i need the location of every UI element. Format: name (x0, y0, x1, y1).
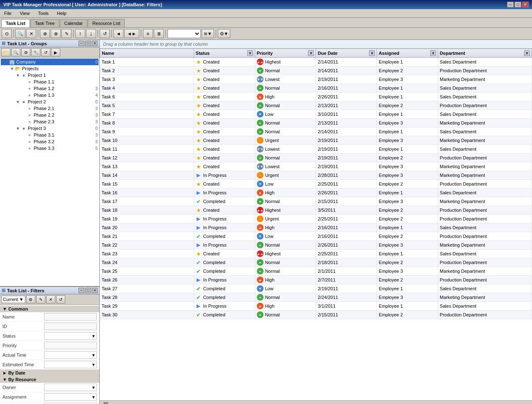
table-row[interactable]: Task 30 ✔ Completed ● Normal 2/15/2011 E… (100, 311, 532, 319)
toolbar-btn-3[interactable]: ✕ (26, 29, 36, 38)
filter-section-by-resource[interactable]: ▼ By Resource (0, 376, 99, 383)
tree-item-phase12[interactable]: ▶ ● Phase 1.2 3 (1, 85, 99, 92)
minimize-button[interactable]: ─ (507, 2, 514, 7)
tree-panel-maximize[interactable]: □ (85, 41, 91, 46)
toolbar-btn-2[interactable]: 🔍 (15, 29, 25, 38)
table-row[interactable]: Task 15 ★ Created ▼ Low 2/25/2011 Employ… (100, 180, 532, 189)
tree-item-projects[interactable]: ▼ 📂 Projects (1, 65, 99, 72)
expand-phase31[interactable]: ▶ (21, 132, 27, 138)
filter-section-common[interactable]: ▼ Common (0, 306, 99, 312)
tree-item-phase11[interactable]: ▶ ● Phase 1.1 (1, 78, 99, 85)
close-button[interactable]: ✕ (522, 2, 529, 7)
tree-item-phase23[interactable]: ▶ ● Phase 2.3 3 (1, 118, 99, 125)
tree-item-phase13[interactable]: ▶ ● Phase 1.3 4 (1, 92, 99, 98)
filter-est-time-select[interactable]: ▼ (44, 361, 97, 368)
tab-task-list[interactable]: Task List (1, 19, 30, 27)
refresh-button[interactable]: ↺ (100, 29, 110, 38)
tree-btn-settings[interactable]: 🔧 (31, 48, 40, 56)
priority-filter-button[interactable]: ▼ (308, 50, 314, 56)
table-row[interactable]: Task 20 ▶ In Progress ▲ High 2/16/2011 E… (100, 223, 532, 232)
tree-item-project3[interactable]: ▼ ● Project 3 0 (1, 125, 99, 132)
expand-company[interactable]: ▼ (3, 59, 9, 65)
tree-btn-search[interactable]: 🔍 (11, 48, 20, 56)
table-row[interactable]: Task 27 ✔ Completed ▼ Low 2/19/2011 Empl… (100, 284, 532, 293)
tree-btn-refresh[interactable]: ↺ (41, 48, 50, 56)
expand-phase11[interactable]: ▶ (21, 79, 27, 85)
toolbar-btn-6[interactable]: ✎ (62, 29, 71, 38)
tree-btn-filter[interactable]: ⚙ (21, 48, 30, 56)
filter-panel-close[interactable]: ✕ (92, 288, 98, 293)
tree-item-phase31[interactable]: ▶ ● Phase 3.1 3 (1, 132, 99, 138)
table-row[interactable]: Task 26 ▶ In Progress ▲ High 2/7/2011 Em… (100, 276, 532, 284)
col-assigned[interactable]: Assigned ▼ (377, 49, 438, 58)
toolbar-btn-1[interactable]: ⊙ (2, 29, 12, 38)
expand-phase12[interactable]: ▶ (21, 86, 27, 91)
table-row[interactable]: Task 10 ★ Created ! Urgent 2/19/2011 Emp… (100, 136, 532, 145)
expand-project3[interactable]: ▼ (15, 125, 21, 131)
tree-item-project1[interactable]: ▼ ● Project 1 (1, 72, 99, 78)
filter-owner-select[interactable]: ▼ (44, 384, 97, 391)
table-row[interactable]: Task 29 ▶ In Progress ▲ High 3/1/2011 Em… (100, 302, 532, 311)
filter-actual-time-select[interactable]: ▼ (44, 351, 97, 359)
expand-projects[interactable]: ▼ (9, 66, 15, 71)
view-dropdown[interactable] (167, 29, 201, 38)
col-name[interactable]: Name (100, 49, 194, 58)
filter-panel-maximize[interactable]: □ (85, 288, 91, 293)
filter-btn-3[interactable]: ✕ (46, 295, 55, 304)
tree-item-phase33[interactable]: ▶ ● Phase 3.3 5 (1, 145, 99, 152)
filter-id-input[interactable] (44, 323, 97, 330)
filter-assignment-select[interactable]: ▼ (44, 393, 97, 401)
department-filter-button[interactable]: ▼ (524, 50, 530, 56)
tree-btn-folder[interactable]: 📁 (1, 48, 10, 56)
expand-project2[interactable]: ▼ (15, 99, 21, 105)
toolbar-btn-7[interactable]: ≡ (143, 29, 153, 38)
table-row[interactable]: Task 19 ▶ In Progress ! Urgent 2/25/2011… (100, 215, 532, 223)
tree-item-phase32[interactable]: ▶ ● Phase 3.2 3 (1, 138, 99, 145)
next-button[interactable]: ◄► (124, 29, 139, 38)
table-row[interactable]: Task 11 ★ Created ▼▼ Lowest 2/19/2011 Em… (100, 145, 532, 154)
tree-panel-minimize[interactable]: ─ (79, 41, 84, 46)
filter-section-by-date[interactable]: ► By Date (0, 370, 99, 376)
table-row[interactable]: Task 22 ▶ In Progress ● Normal 2/26/2011… (100, 241, 532, 250)
filter-priority-input[interactable] (44, 342, 97, 349)
move-up-button[interactable]: ↑ (75, 29, 85, 38)
move-down-button[interactable]: ↓ (86, 29, 96, 38)
expand-phase21[interactable]: ▶ (21, 105, 27, 111)
expand-phase13[interactable]: ▶ (21, 92, 27, 98)
toolbar-btn-5[interactable]: ⊗ (51, 29, 61, 38)
table-row[interactable]: Task 7 ★ Created ▼ Low 3/10/2011 Employe… (100, 110, 532, 119)
col-department[interactable]: Department ▼ (438, 49, 532, 58)
table-row[interactable]: Task 17 ✔ Completed ● Normal 2/15/2011 E… (100, 197, 532, 206)
col-status[interactable]: Status ▼ (194, 49, 255, 58)
filter-status-select[interactable]: ▼ (44, 332, 97, 340)
col-due-date[interactable]: Due Date ▼ (316, 49, 377, 58)
table-row[interactable]: Task 16 ▶ In Progress ▲ High 2/26/2011 E… (100, 189, 532, 197)
table-row[interactable]: Task 18 ★ Created ▲▲ Highest 3/5/2011 Em… (100, 206, 532, 215)
expand-phase22[interactable]: ▶ (21, 112, 27, 118)
tree-btn-arrow[interactable]: ▶ (51, 48, 60, 56)
tab-task-tree[interactable]: Task Tree (30, 19, 59, 27)
filter-panel-minimize[interactable]: ─ (79, 288, 84, 293)
table-row[interactable]: Task 23 ★ Created ▲▲ Highest 2/25/2011 E… (100, 250, 532, 258)
tree-item-project2[interactable]: ▼ ● Project 2 0 (1, 98, 99, 105)
table-row[interactable]: Task 28 ✔ Completed ● Normal 2/24/2011 E… (100, 293, 532, 302)
filter-btn-1[interactable]: ⚙ (26, 295, 35, 304)
tab-resource-list[interactable]: Resource List (88, 19, 125, 27)
tab-calendar[interactable]: Calendar (60, 19, 88, 27)
table-row[interactable]: Task 21 ✔ Completed ▼ Low 2/16/2011 Empl… (100, 232, 532, 241)
menu-view[interactable]: View (17, 10, 32, 17)
table-row[interactable]: Task 1 ★ Created ▲▲ Highest 2/14/2011 Em… (100, 58, 532, 66)
table-row[interactable]: Task 8 ★ Created ● Normal 2/13/2011 Empl… (100, 119, 532, 127)
prev-button[interactable]: ◄ (113, 29, 123, 38)
tree-item-company[interactable]: ▼ 🏢 Company 0 (1, 59, 99, 65)
table-row[interactable]: Task 6 ★ Created ▲ High 2/26/2011 Employ… (100, 93, 532, 101)
table-row[interactable]: Task 24 ✔ Completed ● Normal 2/18/2011 E… (100, 258, 532, 267)
expand-phase32[interactable]: ▶ (21, 139, 27, 144)
toolbar-btn-4[interactable]: ⊕ (40, 29, 50, 38)
tree-item-phase22[interactable]: ▶ ● Phase 2.2 3 (1, 112, 99, 118)
task-grid-container[interactable]: Name Status ▼ Priority ▼ (100, 49, 532, 400)
table-row[interactable]: Task 9 ★ Created ● Normal 2/14/2011 Empl… (100, 127, 532, 136)
filter-name-input[interactable] (44, 313, 97, 321)
expand-phase23[interactable]: ▶ (21, 119, 27, 125)
expand-phase33[interactable]: ▶ (21, 145, 27, 151)
